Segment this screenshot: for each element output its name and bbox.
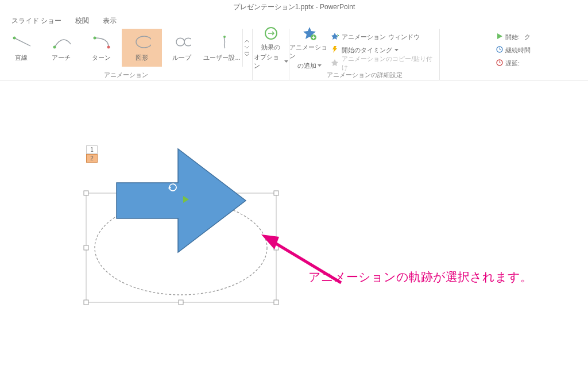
animation-pane-label: アニメーション ウィンドウ bbox=[342, 33, 419, 41]
svg-marker-18 bbox=[497, 33, 502, 39]
svg-line-21 bbox=[500, 49, 501, 50]
annotation-text: アニメーションの軌跡が選択されます。 bbox=[308, 269, 532, 285]
ribbon-tabs: スライド ショー 校閲 表示 bbox=[0, 14, 588, 28]
timing-delay-label: 遅延: bbox=[505, 59, 520, 68]
svg-rect-30 bbox=[84, 300, 88, 305]
title-bar-text: プレゼンテーション1.pptx - PowerPoint bbox=[233, 2, 355, 12]
svg-rect-27 bbox=[274, 191, 278, 195]
gallery-more-button[interactable] bbox=[242, 29, 252, 67]
animation-gallery: 直線 アーチ ターン 図形 bbox=[1, 29, 252, 67]
anim-path-shape[interactable]: 図形 bbox=[122, 29, 162, 67]
anim-label: 図形 bbox=[136, 53, 148, 62]
add-animation-button[interactable]: アニメーション の追加 bbox=[289, 29, 329, 67]
trigger-label: 開始のタイミング bbox=[342, 46, 392, 55]
timing-start-value: ク bbox=[524, 33, 531, 41]
line-path-icon bbox=[12, 34, 30, 50]
svg-point-3 bbox=[53, 45, 56, 48]
play-icon bbox=[496, 33, 503, 41]
anim-path-custom[interactable]: ユーザー設... bbox=[202, 29, 242, 67]
svg-marker-17 bbox=[331, 59, 338, 66]
svg-rect-28 bbox=[84, 245, 88, 250]
shape-path-icon bbox=[133, 34, 151, 50]
anim-path-line[interactable]: 直線 bbox=[1, 29, 41, 67]
effect-options-label-2: オプション bbox=[254, 53, 283, 70]
chevron-down-icon bbox=[394, 49, 399, 51]
trigger-icon bbox=[330, 45, 339, 55]
turn-path-icon bbox=[92, 34, 111, 50]
ribbon: 直線 アーチ ターン 図形 bbox=[0, 28, 588, 80]
add-animation-icon bbox=[302, 26, 317, 42]
animation-painter-icon bbox=[330, 59, 339, 68]
animation-painter-button: アニメーションのコピー/貼り付け bbox=[330, 57, 435, 69]
custom-path-icon bbox=[213, 34, 231, 50]
svg-rect-31 bbox=[179, 300, 183, 305]
delay-icon bbox=[496, 59, 503, 67]
svg-rect-25 bbox=[84, 191, 88, 195]
tab-review[interactable]: 校閲 bbox=[68, 15, 96, 27]
chevron-down-icon bbox=[244, 45, 250, 49]
tab-slideshow[interactable]: スライド ショー bbox=[5, 15, 68, 27]
anim-path-loop[interactable]: ループ bbox=[162, 29, 202, 67]
add-anim-label-1: アニメーション bbox=[289, 43, 329, 60]
svg-rect-32 bbox=[274, 300, 278, 305]
chevron-down-icon bbox=[284, 60, 288, 63]
add-anim-label-2: の追加 bbox=[297, 61, 316, 70]
anim-label: ループ bbox=[172, 53, 191, 62]
anim-label: 直線 bbox=[15, 53, 28, 62]
anim-path-turn[interactable]: ターン bbox=[82, 29, 122, 67]
chevron-down-icon bbox=[318, 64, 322, 67]
svg-marker-16 bbox=[332, 46, 337, 53]
loop-path-icon bbox=[173, 34, 191, 50]
arch-path-icon bbox=[52, 34, 71, 50]
effect-options-button[interactable]: 効果の オプション bbox=[254, 29, 288, 67]
animation-pane-button[interactable]: アニメーション ウィンドウ bbox=[330, 31, 435, 43]
animation-painter-label: アニメーションのコピー/貼り付け bbox=[342, 55, 435, 72]
anim-label: アーチ bbox=[52, 53, 71, 62]
svg-line-0 bbox=[14, 38, 30, 47]
animation-pane-icon bbox=[330, 32, 339, 41]
arrow-shape[interactable] bbox=[117, 149, 246, 252]
effect-options-label-1: 効果の bbox=[261, 43, 280, 52]
anim-path-arch[interactable]: アーチ bbox=[41, 29, 82, 67]
timing-start-label: 開始: bbox=[505, 33, 520, 41]
effect-options-icon bbox=[264, 26, 278, 42]
timing-duration-row[interactable]: 継続時間 bbox=[496, 44, 531, 56]
timing-duration-label: 継続時間 bbox=[505, 46, 531, 55]
svg-point-7 bbox=[136, 36, 151, 48]
svg-point-8 bbox=[223, 36, 226, 38]
tab-view[interactable]: 表示 bbox=[96, 15, 123, 27]
more-icon bbox=[244, 51, 250, 56]
chevron-up-icon bbox=[244, 40, 250, 43]
anim-label: ユーザー設... bbox=[203, 53, 240, 62]
svg-point-5 bbox=[93, 36, 96, 39]
slide-canvas[interactable]: 1 2 bbox=[0, 84, 588, 373]
timing-start-row[interactable]: 開始: ク bbox=[496, 31, 531, 43]
group-label-animation: アニメーション bbox=[104, 71, 148, 79]
trigger-button[interactable]: 開始のタイミング bbox=[330, 44, 435, 56]
group-label-advanced: アニメーションの詳細設定 bbox=[327, 71, 403, 79]
svg-marker-33 bbox=[117, 149, 246, 252]
svg-point-6 bbox=[107, 45, 110, 48]
slide-svg bbox=[0, 84, 588, 373]
timing-delay-row[interactable]: 遅延: bbox=[496, 57, 531, 69]
anim-label: ターン bbox=[92, 53, 111, 62]
svg-point-1 bbox=[13, 36, 16, 39]
svg-line-24 bbox=[500, 63, 501, 63]
clock-icon bbox=[496, 46, 503, 54]
